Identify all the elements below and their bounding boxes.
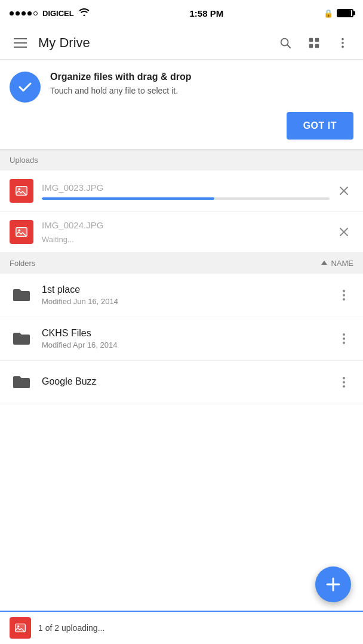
folder-info-1: 1st place Modified Jun 16, 2014	[42, 284, 334, 306]
folders-label: Folders	[10, 259, 35, 268]
banner-subtitle: Touch and hold any file to select it.	[50, 86, 353, 95]
upload-status-bar: 1 of 2 uploading...	[0, 611, 363, 644]
folder-more-button-3[interactable]	[334, 373, 353, 392]
svg-rect-4	[309, 44, 313, 47]
upload-filename-2: IMG_0024.JPG	[42, 220, 330, 230]
svg-point-25	[343, 381, 345, 383]
image-icon	[14, 622, 26, 634]
hamburger-icon	[14, 38, 27, 48]
grid-icon	[307, 36, 321, 49]
status-bar: DIGICEL 1:58 PM 🔒	[0, 0, 363, 26]
svg-point-19	[343, 294, 345, 296]
dot-3	[21, 11, 26, 16]
svg-point-22	[343, 338, 345, 340]
svg-point-18	[343, 290, 345, 292]
folder-name-3: Google Buzz	[42, 376, 334, 387]
carrier-label: DIGICEL	[42, 9, 74, 18]
folder-more-button-2[interactable]	[334, 329, 353, 348]
banner-top: Organize files with drag & drop Touch an…	[10, 72, 353, 103]
more-vertical-icon	[343, 289, 345, 301]
more-options-button[interactable]	[330, 30, 356, 56]
image-icon	[15, 225, 28, 239]
uploads-section-header: Uploads	[0, 150, 363, 171]
dot-4	[27, 11, 32, 16]
progress-bar-1	[42, 197, 330, 200]
image-icon	[15, 184, 28, 197]
svg-rect-5	[315, 44, 319, 47]
checkmark-icon	[17, 79, 33, 95]
upload-status-text: 1 of 2 uploading...	[38, 623, 104, 633]
upload-filename-1: IMG_0023.JPG	[42, 182, 330, 193]
svg-point-6	[342, 38, 344, 40]
svg-point-10	[19, 188, 21, 190]
svg-point-14	[19, 229, 21, 231]
folder-icon	[12, 373, 31, 392]
main-content: Organize files with drag & drop Touch an…	[0, 60, 363, 438]
signal-dots	[10, 11, 38, 16]
folder-icon-2	[10, 327, 33, 351]
folder-item-1: 1st place Modified Jun 16, 2014	[0, 274, 363, 317]
svg-point-30	[17, 626, 19, 627]
svg-point-7	[342, 42, 344, 44]
file-thumbnail-2	[10, 220, 33, 244]
upload-info-1: IMG_0023.JPG	[42, 182, 330, 200]
menu-button[interactable]	[7, 30, 33, 56]
page-title: My Drive	[38, 35, 272, 51]
cancel-upload-1-button[interactable]	[334, 181, 353, 200]
toolbar: My Drive	[0, 26, 363, 60]
upload-info-2: IMG_0024.JPG Waiting...	[42, 220, 330, 244]
banner-check-icon	[10, 72, 41, 103]
add-new-fab-button[interactable]	[315, 566, 351, 602]
got-it-button[interactable]: GOT IT	[287, 112, 353, 140]
svg-point-21	[343, 333, 345, 336]
progress-fill-1	[42, 197, 214, 200]
search-button[interactable]	[272, 30, 299, 56]
svg-rect-3	[315, 38, 319, 41]
svg-point-23	[343, 342, 345, 344]
folder-name-2: CKHS Files	[42, 328, 334, 339]
lock-icon: 🔒	[324, 9, 333, 18]
upload-item-1: IMG_0023.JPG	[0, 171, 363, 212]
toolbar-actions	[272, 30, 356, 56]
banner-actions: GOT IT	[10, 112, 353, 140]
banner-title: Organize files with drag & drop	[50, 72, 353, 82]
drag-drop-banner: Organize files with drag & drop Touch an…	[0, 60, 363, 150]
folders-section-header: Folders NAME	[0, 253, 363, 274]
search-icon	[279, 36, 292, 49]
close-icon	[339, 227, 349, 237]
bottom-thumb-icon	[10, 617, 31, 639]
folder-icon-3	[10, 370, 33, 394]
status-right: 🔒	[324, 9, 353, 18]
sort-label: NAME	[331, 259, 353, 268]
dot-2	[16, 11, 20, 16]
plus-icon	[325, 576, 342, 593]
folder-icon	[12, 286, 31, 305]
upload-status-2: Waiting...	[42, 235, 330, 244]
upload-item-2: IMG_0024.JPG Waiting...	[0, 212, 363, 253]
time-display: 1:58 PM	[190, 8, 224, 18]
svg-point-8	[342, 45, 344, 48]
wifi-icon	[79, 8, 90, 18]
svg-marker-17	[321, 261, 327, 265]
banner-text: Organize files with drag & drop Touch an…	[50, 72, 353, 95]
sort-controls[interactable]: NAME	[320, 259, 353, 268]
battery-fill	[338, 10, 351, 16]
sort-up-icon	[320, 259, 328, 268]
folder-date-1: Modified Jun 16, 2014	[42, 297, 334, 306]
dot-5	[33, 11, 38, 16]
status-left: DIGICEL	[10, 8, 90, 18]
folder-name-1: 1st place	[42, 284, 334, 295]
svg-point-26	[343, 385, 345, 388]
folder-info-3: Google Buzz	[42, 376, 334, 389]
grid-view-button[interactable]	[301, 30, 327, 56]
folder-item-3: Google Buzz	[0, 361, 363, 404]
cancel-upload-2-button[interactable]	[334, 222, 353, 242]
svg-point-20	[343, 298, 345, 301]
folder-more-button-1[interactable]	[334, 286, 353, 305]
dot-1	[10, 11, 14, 16]
svg-point-24	[343, 377, 345, 379]
folder-date-2: Modified Apr 16, 2014	[42, 340, 334, 349]
more-vertical-icon	[343, 376, 345, 388]
uploads-label: Uploads	[10, 156, 38, 165]
close-icon	[339, 186, 349, 196]
